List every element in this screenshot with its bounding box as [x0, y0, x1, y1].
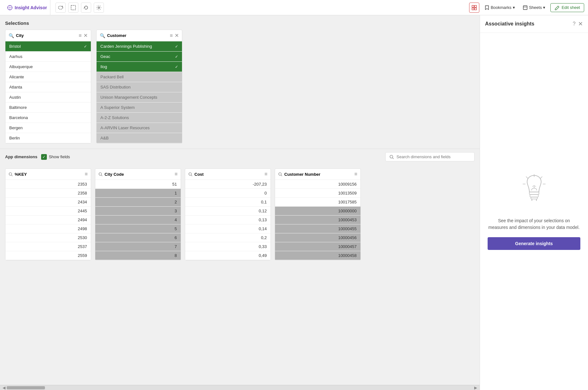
show-fields-checkbox[interactable]: ✓	[41, 154, 47, 160]
customernumber-list-icon[interactable]: ≡	[354, 171, 357, 177]
field-row[interactable]: 0,49	[185, 251, 271, 260]
key-list-icon[interactable]: ≡	[85, 171, 88, 177]
list-item[interactable]: Austin	[5, 92, 91, 103]
list-item[interactable]: Berlin	[5, 133, 91, 143]
city-search-icon: 🔍	[9, 33, 14, 38]
field-row[interactable]: 0	[185, 189, 271, 198]
field-row[interactable]: 10000457	[275, 242, 360, 251]
svg-rect-13	[523, 6, 527, 10]
field-row[interactable]: 10000458	[275, 251, 360, 260]
list-item[interactable]: Packard Bell	[97, 72, 182, 82]
search-dims-box[interactable]	[385, 152, 475, 161]
field-row[interactable]: 2445	[5, 207, 91, 216]
generate-insights-btn[interactable]: Generate insights	[488, 237, 580, 250]
list-item[interactable]: A-ARVIN Laser Resources	[97, 123, 182, 133]
field-row[interactable]: -207,23	[185, 180, 271, 189]
field-row[interactable]: 10017585	[275, 198, 360, 207]
grid-icon-btn[interactable]	[469, 3, 479, 13]
field-row[interactable]: 10009156	[275, 180, 360, 189]
field-row[interactable]: 0,13	[185, 216, 271, 224]
field-row[interactable]: 10013509	[275, 189, 360, 198]
customer-list-icon[interactable]: ≡	[170, 33, 173, 39]
logo[interactable]: Insight Advisor	[4, 0, 50, 15]
field-row[interactable]: 1	[95, 189, 181, 198]
svg-line-16	[393, 158, 394, 159]
list-item[interactable]: A-2-Z Solutions	[97, 113, 182, 123]
list-item[interactable]: Baltimore	[5, 103, 91, 113]
list-item[interactable]: Bergen	[5, 123, 91, 133]
list-item[interactable]: Geac ✓	[97, 52, 182, 62]
field-row[interactable]: 5	[95, 224, 181, 233]
rotate-icon-btn[interactable]	[81, 3, 91, 13]
list-item[interactable]: SAS Distribution	[97, 82, 182, 92]
field-row[interactable]: 4	[95, 216, 181, 224]
field-row[interactable]: 2	[95, 198, 181, 207]
field-row[interactable]: 2353	[5, 180, 91, 189]
city-list-icon[interactable]: ≡	[79, 33, 82, 39]
field-row[interactable]: 7	[95, 242, 181, 251]
field-row[interactable]: 10000456	[275, 233, 360, 242]
customer-panel-header: 🔍 Customer ≡ ✕	[97, 30, 182, 41]
customer-clear-icon[interactable]: ✕	[175, 32, 179, 39]
field-row[interactable]: 0,1	[185, 198, 271, 207]
help-icon[interactable]: ?	[573, 21, 576, 27]
field-row[interactable]: 10000453	[275, 216, 360, 224]
list-item[interactable]: Alicante	[5, 72, 91, 82]
field-row[interactable]: 0,33	[185, 242, 271, 251]
svg-line-22	[191, 175, 192, 176]
settings-icon-btn[interactable]	[94, 3, 104, 13]
lightbulb-icon	[518, 173, 550, 211]
svg-point-15	[390, 155, 393, 158]
show-fields-toggle[interactable]: ✓ Show fields	[41, 154, 70, 160]
list-item[interactable]: Bristol ✓	[5, 41, 91, 52]
list-item[interactable]: Ilog ✓	[97, 62, 182, 72]
field-row[interactable]: 10000455	[275, 224, 360, 233]
field-row[interactable]: 2358	[5, 189, 91, 198]
field-row[interactable]: 2530	[5, 233, 91, 242]
citycode-list-icon[interactable]: ≡	[175, 171, 178, 177]
close-icon[interactable]: ✕	[578, 20, 583, 27]
insight-advisor-icon	[7, 5, 13, 11]
field-row[interactable]: 2494	[5, 216, 91, 224]
field-row[interactable]: 10000000	[275, 207, 360, 216]
city-clear-icon[interactable]: ✕	[83, 32, 88, 39]
select-rect-icon-btn[interactable]	[68, 3, 78, 13]
citycode-search-icon	[98, 172, 103, 176]
field-row[interactable]: 51	[95, 180, 181, 189]
list-item[interactable]: Barcelona	[5, 113, 91, 123]
field-row[interactable]: 0,14	[185, 224, 271, 233]
field-row[interactable]: 2498	[5, 224, 91, 233]
scroll-left-arrow[interactable]: ◀	[1, 386, 7, 390]
svg-line-18	[11, 175, 12, 176]
scroll-right-arrow[interactable]: ▶	[473, 386, 478, 390]
list-item[interactable]: Unison Management Concepts	[97, 92, 182, 103]
lasso-icon-btn[interactable]	[55, 3, 66, 13]
list-item[interactable]: Albuquerque	[5, 62, 91, 72]
sheets-btn[interactable]: Sheets ▾	[520, 4, 548, 11]
select-rect-icon	[70, 5, 76, 11]
field-panel-citycode-header: City Code ≡	[95, 169, 181, 180]
bookmarks-btn[interactable]: Bookmarks ▾	[482, 4, 518, 11]
edit-icon	[555, 5, 560, 10]
edit-sheet-btn[interactable]: Edit sheet	[550, 3, 584, 12]
svg-point-19	[99, 173, 101, 175]
field-row[interactable]: 8	[95, 251, 181, 260]
field-row[interactable]: 0,2	[185, 233, 271, 242]
search-dims-input[interactable]	[396, 154, 470, 159]
field-row[interactable]: 3	[95, 207, 181, 216]
field-row[interactable]: 6	[95, 233, 181, 242]
sheets-chevron: ▾	[543, 5, 545, 10]
field-row[interactable]: 2434	[5, 198, 91, 207]
list-item[interactable]: Carden Jennings Publishing ✓	[97, 41, 182, 52]
field-row[interactable]: 0,12	[185, 207, 271, 216]
field-panel-key-title: %KEY	[15, 172, 83, 177]
list-item[interactable]: Aarhus	[5, 52, 91, 62]
field-row[interactable]: 2559	[5, 251, 91, 260]
list-item[interactable]: A Superior System	[97, 103, 182, 113]
scroll-thumb[interactable]	[7, 386, 45, 389]
grid-icon	[471, 5, 477, 11]
list-item[interactable]: Atlanta	[5, 82, 91, 92]
field-row[interactable]: 2537	[5, 242, 91, 251]
list-item[interactable]: A&B	[97, 133, 182, 143]
cost-list-icon[interactable]: ≡	[265, 171, 267, 177]
